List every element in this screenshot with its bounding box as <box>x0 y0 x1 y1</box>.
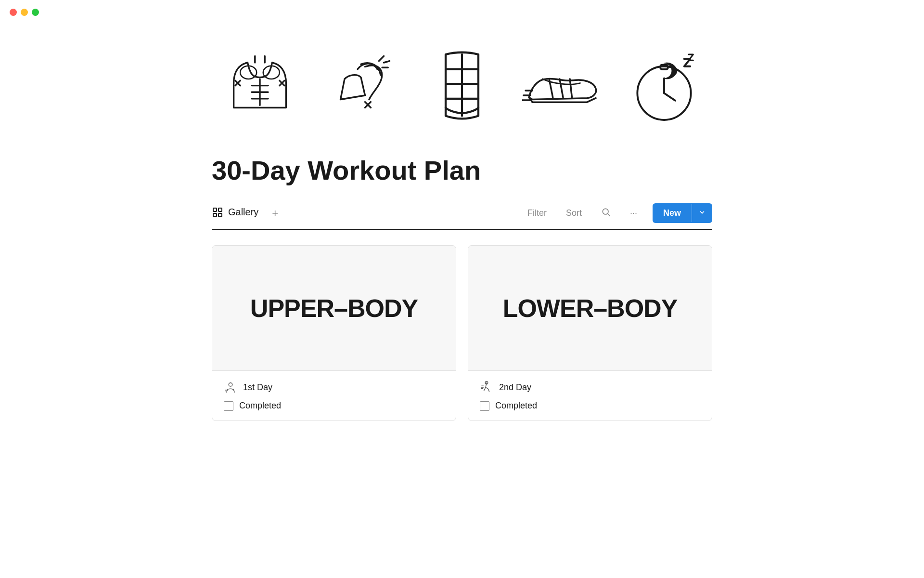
more-options-button[interactable]: ··· <box>626 206 641 220</box>
chest-icon <box>212 39 308 135</box>
day2-icon <box>480 381 493 394</box>
gallery-grid: UPPER–BODY <box>212 245 712 421</box>
card-lower-body-title: LOWER–BODY <box>503 294 678 323</box>
page-title: 30-Day Workout Plan <box>212 155 712 186</box>
minimize-button[interactable] <box>21 9 28 16</box>
svg-point-37 <box>229 383 232 386</box>
add-view-button[interactable]: + <box>268 206 282 221</box>
maximize-button[interactable] <box>32 9 39 16</box>
card-lower-body-day-label: 2nd Day <box>499 382 531 393</box>
card-lower-body-day-row: 2nd Day <box>480 381 700 394</box>
toolbar-left: Gallery + <box>212 206 282 221</box>
icons-row <box>212 25 712 155</box>
card-lower-body-completed-row: Completed <box>480 401 700 411</box>
new-button-chevron[interactable] <box>692 204 712 222</box>
svg-line-12 <box>379 56 384 61</box>
close-button[interactable] <box>10 9 17 16</box>
shoulder-icon <box>313 39 409 135</box>
filter-button[interactable]: Filter <box>524 206 551 220</box>
card-lower-body-completed-label: Completed <box>495 401 537 411</box>
svg-rect-34 <box>218 213 222 217</box>
card-upper-body-image: UPPER–BODY <box>212 246 456 371</box>
card-upper-body-completed-checkbox[interactable] <box>224 401 233 411</box>
sleep-icon <box>616 39 712 135</box>
card-upper-body-completed-row: Completed <box>224 401 444 411</box>
card-upper-body[interactable]: UPPER–BODY <box>212 245 456 421</box>
search-icon <box>601 207 611 217</box>
gallery-tab-label: Gallery <box>228 207 258 218</box>
card-lower-body[interactable]: LOWER–BODY <box>468 245 712 421</box>
chevron-down-icon <box>699 209 706 216</box>
new-button[interactable]: New <box>653 203 692 223</box>
svg-line-36 <box>608 214 610 216</box>
main-content: 30-Day Workout Plan Gallery + Filter Sor… <box>125 25 799 421</box>
card-upper-body-completed-label: Completed <box>239 401 281 411</box>
card-upper-body-title: UPPER–BODY <box>250 294 418 323</box>
card-lower-body-body: 2nd Day Completed <box>468 371 712 420</box>
running-shoe-icon <box>515 39 611 135</box>
gallery-tab[interactable]: Gallery <box>212 207 258 220</box>
svg-rect-31 <box>213 208 217 211</box>
card-upper-body-day-row: 1st Day <box>224 381 444 394</box>
search-button[interactable] <box>597 205 615 221</box>
day-icon <box>224 381 237 394</box>
svg-rect-32 <box>218 208 222 211</box>
card-lower-body-completed-checkbox[interactable] <box>480 401 489 411</box>
new-button-container: New <box>653 203 712 223</box>
abs-icon <box>414 39 510 135</box>
card-upper-body-day-label: 1st Day <box>243 382 272 393</box>
svg-line-23 <box>570 79 572 97</box>
card-lower-body-completed-wrapper: Completed <box>480 401 537 411</box>
toolbar: Gallery + Filter Sort ··· New <box>212 203 712 230</box>
sort-button[interactable]: Sort <box>562 206 586 220</box>
card-upper-body-body: 1st Day Completed <box>212 371 456 420</box>
svg-line-22 <box>560 79 563 97</box>
svg-line-29 <box>664 93 675 100</box>
toolbar-right: Filter Sort ··· New <box>524 203 712 223</box>
card-lower-body-image: LOWER–BODY <box>468 246 712 371</box>
gallery-icon <box>212 207 223 218</box>
svg-rect-33 <box>213 213 217 217</box>
card-upper-body-completed-wrapper: Completed <box>224 401 281 411</box>
svg-line-13 <box>384 61 390 63</box>
window-chrome <box>0 0 924 25</box>
